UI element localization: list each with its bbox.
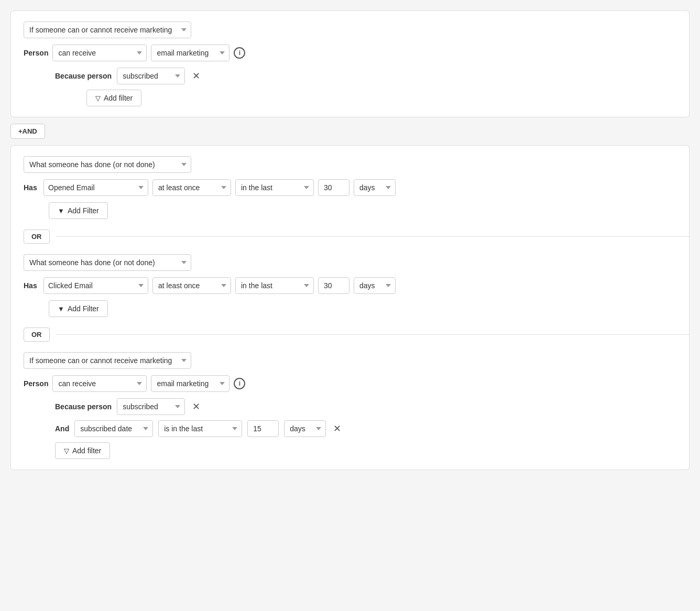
block4-date-condition-select[interactable]: is in the last bbox=[158, 420, 242, 437]
block4-subscribed-select[interactable]: subscribed bbox=[117, 398, 185, 415]
block4-main-condition-row: If someone can or cannot receive marketi… bbox=[24, 352, 676, 369]
block4-person-label: Person bbox=[24, 379, 48, 388]
block4-remove-because-icon[interactable]: ✕ bbox=[190, 402, 202, 411]
block3-main-condition-row: What someone has done (or not done) bbox=[24, 254, 676, 271]
block3-frequency-select[interactable]: at least once bbox=[152, 277, 231, 294]
block4-info-icon[interactable]: i bbox=[234, 378, 245, 389]
block3-has-row: Has Clicked Email at least once in the l… bbox=[24, 277, 676, 294]
block4-date-number-input[interactable] bbox=[247, 420, 279, 437]
block1-main-condition-row: If someone can or cannot receive marketi… bbox=[24, 21, 676, 38]
block3-filter-icon: ▼ bbox=[58, 305, 64, 313]
block3-add-filter-button[interactable]: ▼ Add Filter bbox=[49, 300, 108, 317]
block4-days-unit-select[interactable]: days bbox=[284, 420, 326, 437]
block3-main-condition-select[interactable]: What someone has done (or not done) bbox=[24, 254, 191, 271]
block2-add-filter-row: ▼ Add Filter bbox=[49, 202, 676, 219]
block2-filter-icon: ▼ bbox=[58, 207, 64, 215]
block1-person-row: Person can receive email marketing i bbox=[24, 45, 676, 61]
block4-person-row: Person can receive email marketing i bbox=[24, 375, 676, 392]
block1-info-icon[interactable]: i bbox=[234, 47, 245, 59]
block2-event-select[interactable]: Opened Email bbox=[43, 179, 148, 196]
block4-add-filter-button[interactable]: ▽ Add filter bbox=[55, 442, 110, 459]
block4-subscribed-date-select[interactable]: subscribed date bbox=[74, 420, 153, 437]
block4-because-row: Because person subscribed ✕ bbox=[55, 398, 676, 415]
block2-number-input[interactable] bbox=[318, 179, 349, 196]
and-connector: +AND bbox=[10, 117, 690, 145]
block2-unit-select[interactable]: days bbox=[354, 179, 396, 196]
and-button[interactable]: +AND bbox=[10, 124, 45, 139]
block4-condition-block: If someone can or cannot receive marketi… bbox=[11, 342, 689, 470]
block1-because-row: Because person subscribed ✕ bbox=[55, 68, 676, 84]
or-button-2[interactable]: OR bbox=[24, 328, 50, 342]
block2-has-row: Has Opened Email at least once in the la… bbox=[24, 179, 676, 196]
or-divider-2: OR bbox=[11, 328, 689, 342]
block2-frequency-select[interactable]: at least once bbox=[152, 179, 231, 196]
block1-person-label: Person bbox=[24, 49, 48, 57]
block1-add-filter-button[interactable]: ▽ Add filter bbox=[86, 90, 141, 106]
block3-number-input[interactable] bbox=[318, 277, 349, 294]
block1-add-filter-row: ▽ Add filter bbox=[55, 90, 676, 106]
block1-marketing-type-select[interactable]: email marketing bbox=[151, 45, 229, 61]
block2-condition-block: What someone has done (or not done) Has … bbox=[11, 146, 689, 230]
block1-remove-because-icon[interactable]: ✕ bbox=[190, 71, 202, 81]
or-button-1[interactable]: OR bbox=[24, 230, 50, 244]
block4-and-label: And bbox=[55, 424, 69, 433]
block2-main-condition-row: What someone has done (or not done) bbox=[24, 156, 676, 173]
block4-main-condition-select[interactable]: If someone can or cannot receive marketi… bbox=[24, 352, 191, 369]
or-line-1 bbox=[56, 236, 690, 237]
block1-can-receive-select[interactable]: can receive bbox=[52, 45, 147, 61]
block4-and-row: And subscribed date is in the last days … bbox=[55, 420, 676, 437]
block4-remove-and-icon[interactable]: ✕ bbox=[331, 424, 343, 433]
or-divider-1: OR bbox=[11, 230, 689, 244]
block2-has-label: Has bbox=[24, 183, 39, 192]
block1-filter-icon: ▽ bbox=[95, 94, 101, 102]
block4-because-label: Because person bbox=[55, 402, 112, 411]
block3-unit-select[interactable]: days bbox=[354, 277, 396, 294]
block3-add-filter-row: ▼ Add Filter bbox=[49, 300, 676, 317]
block3-condition-block: What someone has done (or not done) Has … bbox=[11, 244, 689, 328]
block1-card: If someone can or cannot receive marketi… bbox=[10, 10, 690, 117]
block2-add-filter-button[interactable]: ▼ Add Filter bbox=[49, 202, 108, 219]
block1-main-condition-select[interactable]: If someone can or cannot receive marketi… bbox=[24, 21, 191, 38]
block4-can-receive-select[interactable]: can receive bbox=[52, 375, 147, 392]
block2-time-condition-select[interactable]: in the last bbox=[235, 179, 314, 196]
block4-marketing-type-select[interactable]: email marketing bbox=[151, 375, 229, 392]
second-section: What someone has done (or not done) Has … bbox=[10, 145, 690, 470]
block4-filter-icon: ▽ bbox=[64, 447, 69, 455]
block1-because-label: Because person bbox=[55, 72, 112, 80]
or-line-2 bbox=[56, 334, 690, 335]
block4-add-filter-row: ▽ Add filter bbox=[55, 442, 676, 459]
block3-time-condition-select[interactable]: in the last bbox=[235, 277, 314, 294]
block3-has-label: Has bbox=[24, 281, 39, 290]
block1-subscribed-select[interactable]: subscribed bbox=[117, 68, 185, 84]
block2-main-condition-select[interactable]: What someone has done (or not done) bbox=[24, 156, 191, 173]
block3-event-select[interactable]: Clicked Email bbox=[43, 277, 148, 294]
